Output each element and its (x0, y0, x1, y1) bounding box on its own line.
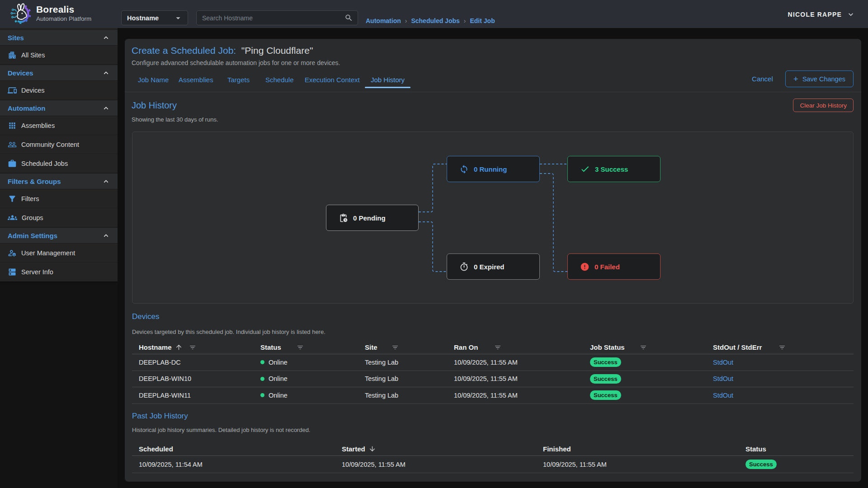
tab-execution-context[interactable]: Execution Context (299, 71, 366, 88)
past-table-header: Scheduled Started Finished Status (132, 442, 854, 456)
save-changes-button[interactable]: + Save Changes (785, 70, 854, 87)
success-check-icon (580, 164, 590, 174)
flow-node-expired[interactable]: 0 Expired (447, 253, 540, 280)
filter-icon[interactable] (392, 344, 399, 351)
user-menu-chevron-down-icon (846, 10, 855, 19)
column-header-status[interactable]: Status (260, 343, 365, 351)
flow-node-failed[interactable]: 0 Failed (567, 253, 660, 280)
sidebar-section-automation[interactable]: Automation (0, 100, 118, 116)
tab-targets[interactable]: Targets (222, 71, 255, 88)
sort-descending-icon[interactable] (368, 445, 376, 453)
past-job-history-subheading: Historical job history summaries. Detail… (132, 427, 311, 433)
cell-stdout: StdOut (713, 359, 854, 366)
column-header-ran-on[interactable]: Ran On (454, 343, 590, 351)
filter-icon[interactable] (297, 344, 304, 351)
online-status-dot (260, 393, 264, 397)
page-title-prefix: Create a Scheduled Job: (132, 45, 236, 56)
cancel-button[interactable]: Cancel (747, 72, 778, 85)
job-history-heading: Job History (132, 100, 177, 111)
cell-site: Testing Lab (365, 392, 454, 399)
sidebar-section-filters-groups[interactable]: Filters & Groups (0, 173, 118, 189)
chevron-up-icon (102, 69, 110, 77)
breadcrumb-separator: › (405, 17, 407, 24)
cell-site: Testing Lab (365, 375, 454, 382)
cell-hostname: DEEPLAB-DC (139, 359, 260, 366)
breadcrumb-scheduled-jobs[interactable]: Scheduled Jobs (411, 17, 459, 24)
brand-tagline: Automation Platform (36, 15, 91, 22)
user-menu[interactable]: NICOLE RAPPE (788, 10, 855, 19)
briefcase-icon (8, 159, 17, 168)
flow-node-success-label: 3 Success (595, 165, 628, 173)
chevron-up-icon (102, 33, 110, 42)
cell-hostname: DEEPLAB-WIN10 (139, 375, 260, 382)
column-header-job-status[interactable]: Job Status (590, 343, 713, 351)
tab-job-history[interactable]: Job History (365, 71, 410, 88)
breadcrumb-automation[interactable]: Automation (366, 17, 401, 24)
funnel-icon (8, 194, 17, 203)
sidebar-item-scheduled-jobs[interactable]: Scheduled Jobs (0, 154, 118, 173)
filter-icon[interactable] (494, 344, 501, 351)
sidebar-item-groups[interactable]: Groups (0, 208, 118, 227)
sidebar-item-label: Scheduled Jobs (21, 160, 68, 167)
sidebar-item-server-info[interactable]: Server Info (0, 263, 118, 282)
clear-job-history-button[interactable]: Clear Job History (793, 99, 854, 112)
sidebar-section-devices[interactable]: Devices (0, 65, 118, 81)
search-hostname-box (196, 10, 358, 25)
online-status-dot (260, 360, 264, 364)
cell-hostname: DEEPLAB-WIN11 (139, 392, 260, 399)
flow-node-success[interactable]: 3 Success (567, 156, 660, 182)
past-job-history-table: Scheduled Started Finished Status 10/09/… (132, 442, 854, 473)
column-header-status[interactable]: Status (745, 445, 854, 453)
breadcrumb: Automation › Scheduled Jobs › Edit Job (366, 17, 495, 24)
stdout-link[interactable]: StdOut (713, 375, 733, 382)
sidebar-item-filters[interactable]: Filters (0, 189, 118, 208)
tab-assemblies[interactable]: Assemblies (173, 71, 219, 88)
device-row-deeplab-dc[interactable]: DEEPLAB-DC Online Testing Lab 10/09/2025… (132, 354, 854, 371)
column-header-hostname[interactable]: Hostname (139, 343, 260, 351)
breadcrumb-edit-job[interactable]: Edit Job (470, 17, 495, 24)
sidebar-section-admin-settings[interactable]: Admin Settings (0, 227, 118, 244)
column-header-site[interactable]: Site (365, 343, 454, 351)
past-job-row[interactable]: 10/09/2025, 11:54 AM 10/09/2025, 11:55 A… (132, 456, 854, 473)
flow-node-running[interactable]: 0 Running (447, 156, 540, 182)
stdout-link[interactable]: StdOut (713, 359, 733, 366)
search-hostname-input[interactable] (202, 14, 344, 22)
sidebar-item-all-sites[interactable]: All Sites (0, 46, 118, 65)
chevron-up-icon (102, 231, 110, 240)
filter-icon[interactable] (778, 344, 786, 351)
grid-apps-icon (8, 121, 17, 130)
flow-node-expired-label: 0 Expired (474, 263, 505, 271)
column-header-started[interactable]: Started (342, 445, 543, 453)
filter-icon[interactable] (640, 344, 647, 351)
column-header-stdout-stderr[interactable]: StdOut / StdErr (713, 343, 854, 351)
form-actions: Cancel + Save Changes (747, 70, 854, 87)
cell-scheduled: 10/09/2025, 11:54 AM (139, 461, 342, 468)
sidebar-item-label: All Sites (21, 52, 45, 59)
sidebar-item-label: Server Info (21, 268, 53, 276)
filter-icon[interactable] (189, 344, 196, 351)
scheduled-job-card: Create a Scheduled Job: "Ping Cloudflare… (125, 39, 861, 482)
devices-heading: Devices (132, 312, 159, 321)
cell-status: Online (260, 392, 365, 399)
tab-job-name[interactable]: Job Name (132, 71, 175, 88)
sidebar-navigation: Sites All Sites Devices Devices Automati… (0, 28, 118, 282)
column-header-finished[interactable]: Finished (543, 445, 745, 453)
search-icon[interactable] (344, 14, 353, 22)
hostname-filter-select[interactable]: Hostname (121, 10, 188, 25)
sidebar-item-user-management[interactable]: User Management (0, 244, 118, 263)
sort-ascending-icon[interactable] (175, 343, 183, 351)
column-header-scheduled[interactable]: Scheduled (139, 445, 342, 453)
people-icon (8, 140, 17, 149)
dropdown-caret-icon (173, 13, 183, 23)
sidebar-item-community-content[interactable]: Community Content (0, 135, 118, 154)
stdout-link[interactable]: StdOut (713, 392, 733, 399)
device-row-deeplab-win11[interactable]: DEEPLAB-WIN11 Online Testing Lab 10/09/2… (132, 387, 854, 404)
devices-icon (8, 86, 17, 95)
sidebar-item-assemblies[interactable]: Assemblies (0, 116, 118, 135)
sidebar-section-sites[interactable]: Sites (0, 29, 118, 46)
success-badge: Success (590, 390, 621, 400)
device-row-deeplab-win10[interactable]: DEEPLAB-WIN10 Online Testing Lab 10/09/2… (132, 371, 854, 388)
flow-node-pending[interactable]: 0 Pending (326, 205, 419, 231)
tab-schedule[interactable]: Schedule (259, 71, 300, 88)
sidebar-item-devices[interactable]: Devices (0, 81, 118, 100)
